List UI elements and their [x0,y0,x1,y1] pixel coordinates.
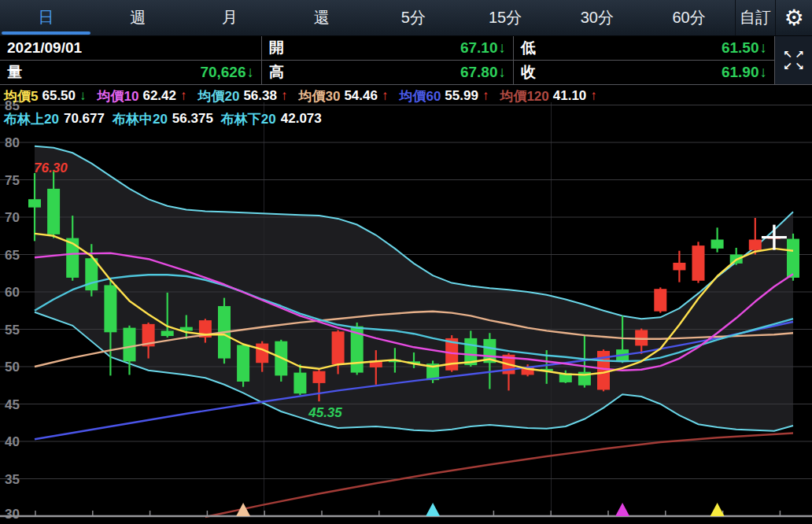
candle-body [104,285,116,332]
ma-readout-均價30: 均價3054.46↑ [298,87,388,105]
date-cell: 2021/09/01 [0,36,261,60]
bollinger-indicator-row: 布林上2070.677布林中2056.375布林下2042.073 [4,110,322,127]
boll-readout-布林中20: 布林中2056.375 [113,110,213,128]
cyan-triangle-marker [426,503,440,516]
candle-body [47,189,60,234]
up-arrow-icon: ↑ [281,88,288,104]
quote-panel: 2021/09/01 開 67.10 ↓ 低 61.50 ↓ ↖ ↗ ↙ ↘ 量… [0,36,812,85]
ma-readout-均價5: 均價565.50↓ [4,87,87,105]
quote-date: 2021/09/01 [7,39,82,57]
up-arrow-icon: ↑ [382,88,389,104]
down-arrow-icon: ↓ [499,64,507,81]
period-low-label: 45.35 [308,405,342,420]
tab-還[interactable]: 還 [275,0,367,35]
candle-body [332,331,345,364]
volume-cell: 量 70,626 ↓ [0,61,261,84]
high-value: 67.80 [460,64,498,81]
candle-body [293,373,306,394]
down-arrow-icon: ↓ [760,64,768,81]
open-label: 開 [269,38,284,58]
low-label: 低 [521,38,536,58]
ma-readout-均價120: 均價12041.10↑ [500,87,596,105]
y-axis-label: 55 [5,323,20,338]
candle-body [313,371,326,383]
candle-body [711,240,724,249]
bollinger-fill [35,146,793,431]
tab-月[interactable]: 月 [184,0,276,35]
yellow-triangle-marker [710,503,725,516]
boll-readout-布林下20: 布林下2042.073 [221,110,322,128]
y-axis-label: 80 [5,135,20,150]
boll-readout-布林上20: 布林上2070.677 [4,110,105,128]
tab-自訂[interactable]: 自訂 [735,0,776,35]
volume-value: 70,626 [200,64,245,81]
up-arrow-icon: ↑ [590,88,597,104]
candle-body [161,330,174,336]
down-arrow-icon: ↓ [79,88,87,104]
close-cell: 收 61.90 ↓ [514,61,774,84]
low-value: 61.50 [722,39,759,57]
ma-readout-均價60: 均價6055.99↑ [399,87,489,105]
tab-週[interactable]: 週 [92,0,184,35]
period-tabbar: 日週月還5分15分30分60分自訂⚙ [0,0,812,36]
tab-5分[interactable]: 5分 [367,0,460,35]
ma120-line [205,434,793,518]
gear-icon: ⚙ [784,5,803,31]
close-label: 收 [521,62,536,83]
down-arrow-icon: ↓ [499,39,507,57]
close-value: 61.90 [722,64,759,81]
down-arrow-icon: ↓ [760,39,768,57]
candle-body [237,345,249,382]
down-arrow-icon: ↓ [247,64,255,81]
magenta-triangle-marker [615,503,629,516]
high-label: 高 [269,62,284,83]
expand-icon: ↖ ↗ ↙ ↘ [782,49,806,72]
high-cell: 高 67.80 ↓ [262,61,513,84]
up-arrow-icon: ↑ [482,88,489,104]
tab-日[interactable]: 日 [0,0,92,35]
tab-60分[interactable]: 60分 [643,0,735,35]
ma-readout-均價20: 均價2056.38↑ [197,87,287,105]
y-axis-label: 60 [5,285,20,300]
tab-30分[interactable]: 30分 [552,0,644,35]
settings-button[interactable]: ⚙ [776,0,812,35]
y-axis-label: 45 [5,397,20,412]
active-tab-underline [2,31,90,35]
candle-body [673,263,685,271]
fullscreen-button[interactable]: ↖ ↗ ↙ ↘ [775,36,812,84]
candle-body [692,245,705,281]
candle-body [124,328,136,362]
tab-15分[interactable]: 15分 [460,0,552,35]
period-high-label: 76.30 [34,161,68,175]
candle-body [654,289,666,312]
y-axis-label: 40 [5,434,20,449]
candle-body [787,239,799,278]
y-axis-label: 75 [5,173,20,188]
candle-body [256,344,268,363]
up-arrow-icon: ↑ [180,88,187,104]
y-axis-label: 65 [5,248,20,263]
ma-readout-均價10: 均價1062.42↑ [98,87,187,105]
y-axis-label: 35 [5,472,20,487]
y-axis-label: 70 [5,210,20,225]
y-axis-label: 50 [5,360,20,375]
candle-body [749,240,762,250]
ma-indicator-row: 均價565.50↓均價1062.42↑均價2056.38↑均價3054.46↑均… [4,87,597,105]
candle-body [28,199,41,207]
open-value: 67.10 [460,39,498,57]
low-cell: 低 61.50 ↓ [514,36,774,60]
y-axis-label: 30 [5,507,20,522]
volume-label: 量 [7,62,22,83]
open-cell: 開 67.10 ↓ [262,36,513,60]
